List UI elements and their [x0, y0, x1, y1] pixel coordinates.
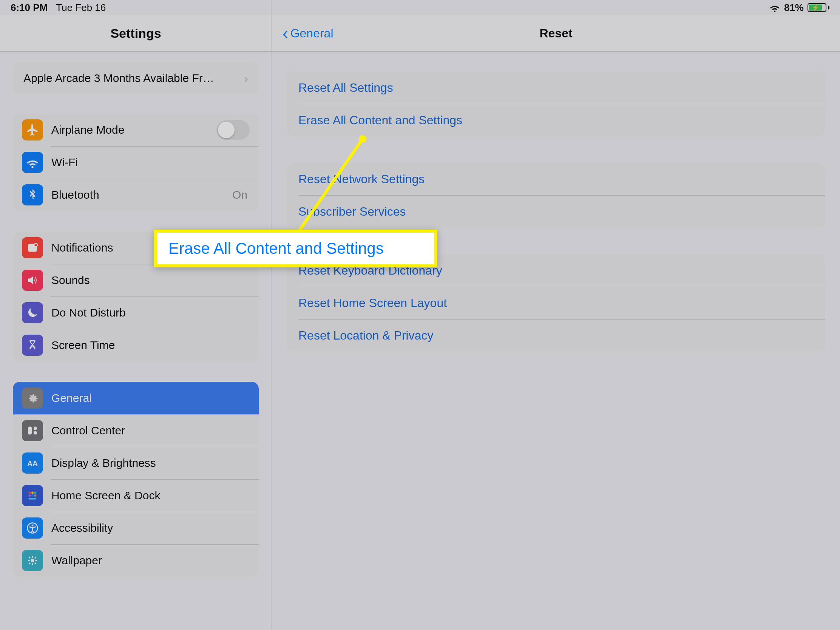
wallpaper-label: Wallpaper	[51, 554, 249, 567]
row-home-screen-dock[interactable]: Home Screen & Dock	[13, 479, 259, 512]
detail-title: Reset	[539, 27, 572, 40]
screen-time-label: Screen Time	[51, 339, 249, 352]
reset-all-settings-label: Reset All Settings	[298, 81, 393, 95]
status-date: Tue Feb 16	[56, 2, 106, 14]
charging-bolt-icon: ⚡	[812, 4, 819, 11]
reset-group-1: Reset All Settings Erase All Content and…	[287, 71, 825, 136]
row-do-not-disturb[interactable]: Do Not Disturb	[13, 297, 259, 329]
sidebar-title: Settings	[110, 26, 161, 41]
reset-keyboard-label: Reset Keyboard Dictionary	[298, 264, 442, 278]
row-airplane-mode[interactable]: Airplane Mode	[13, 114, 259, 146]
notifications-icon	[22, 237, 43, 258]
back-label: General	[291, 27, 333, 40]
svg-point-7	[32, 492, 34, 494]
reset-home-label: Reset Home Screen Layout	[298, 296, 447, 310]
erase-all-content-label: Erase All Content and Settings	[298, 113, 462, 127]
reset-location-privacy[interactable]: Reset Location & Privacy	[287, 319, 825, 352]
wifi-icon	[22, 152, 43, 173]
airplane-label: Airplane Mode	[51, 123, 216, 136]
back-button[interactable]: ‹ General	[283, 15, 333, 51]
svg-point-3	[34, 427, 37, 430]
row-sounds[interactable]: Sounds	[13, 264, 259, 297]
status-battery-percent: 81%	[784, 2, 804, 14]
group-system: General Control Center AA Display & Brig…	[13, 382, 259, 577]
svg-point-8	[35, 492, 36, 494]
reset-group-3: Reset Keyboard Dictionary Reset Home Scr…	[287, 254, 825, 352]
chevron-left-icon: ‹	[283, 25, 288, 41]
row-accessibility[interactable]: Accessibility	[13, 512, 259, 544]
bluetooth-icon	[22, 184, 43, 205]
svg-point-9	[29, 494, 31, 497]
status-right: 81% ⚡	[769, 2, 829, 14]
home-screen-label: Home Screen & Dock	[51, 489, 249, 502]
gear-icon	[22, 387, 43, 409]
reset-network-settings[interactable]: Reset Network Settings	[287, 163, 825, 195]
row-bluetooth[interactable]: Bluetooth On	[13, 178, 259, 211]
erase-all-content[interactable]: Erase All Content and Settings	[287, 104, 825, 136]
status-wifi-icon	[769, 3, 780, 12]
subscriber-services[interactable]: Subscriber Services	[287, 195, 825, 228]
svg-point-15	[31, 559, 35, 562]
home-screen-icon	[22, 485, 43, 506]
bluetooth-label: Bluetooth	[51, 188, 232, 201]
status-left: 6:10 PM Tue Feb 16	[11, 2, 106, 14]
svg-point-10	[32, 494, 34, 497]
row-notifications[interactable]: Notifications	[13, 232, 259, 264]
row-screen-time[interactable]: Screen Time	[13, 329, 259, 362]
accessibility-icon	[22, 518, 43, 538]
settings-sidebar: Settings Apple Arcade 3 Months Available…	[0, 0, 272, 630]
reset-group-2: Reset Network Settings Subscriber Servic…	[287, 163, 825, 228]
row-control-center[interactable]: Control Center	[13, 414, 259, 447]
status-time: 6:10 PM	[11, 2, 47, 14]
wifi-label: Wi-Fi	[51, 156, 249, 169]
svg-point-1	[35, 243, 38, 246]
reset-location-label: Reset Location & Privacy	[298, 328, 434, 343]
moon-icon	[22, 302, 43, 323]
detail-header: ‹ General Reset	[272, 15, 840, 52]
reset-keyboard-dictionary[interactable]: Reset Keyboard Dictionary	[287, 254, 825, 287]
display-label: Display & Brightness	[51, 456, 249, 469]
detail-content: Reset All Settings Erase All Content and…	[272, 52, 840, 398]
svg-point-14	[32, 525, 34, 526]
svg-point-11	[35, 494, 36, 497]
sidebar-content: Apple Arcade 3 Months Available Fr… › Ai…	[0, 52, 272, 630]
accessibility-label: Accessibility	[51, 522, 249, 534]
reset-network-label: Reset Network Settings	[298, 172, 425, 186]
svg-point-4	[34, 431, 37, 435]
wallpaper-icon	[22, 550, 43, 571]
display-icon: AA	[22, 453, 43, 474]
svg-rect-2	[28, 427, 32, 435]
promo-label: Apple Arcade 3 Months Available Fr…	[24, 72, 214, 85]
control-center-label: Control Center	[51, 424, 249, 437]
sounds-label: Sounds	[51, 274, 249, 287]
group-connectivity: Airplane Mode Wi-Fi Bluetooth On	[13, 114, 259, 211]
row-general[interactable]: General	[13, 382, 259, 414]
svg-point-6	[29, 492, 31, 494]
reset-all-settings[interactable]: Reset All Settings	[287, 71, 825, 104]
detail-pane: ‹ General Reset Reset All Settings Erase…	[272, 0, 840, 630]
row-wifi[interactable]: Wi-Fi	[13, 146, 259, 178]
dnd-label: Do Not Disturb	[51, 306, 249, 319]
svg-text:AA: AA	[27, 459, 38, 467]
general-label: General	[51, 392, 249, 404]
svg-rect-12	[29, 498, 36, 500]
status-battery-icon: ⚡	[807, 3, 829, 12]
sounds-icon	[22, 270, 43, 291]
row-wallpaper[interactable]: Wallpaper	[13, 544, 259, 577]
status-bar: 6:10 PM Tue Feb 16 81% ⚡	[0, 0, 840, 15]
reset-home-screen-layout[interactable]: Reset Home Screen Layout	[287, 287, 825, 319]
bluetooth-value: On	[232, 188, 247, 201]
airplane-icon	[22, 119, 43, 141]
row-display-brightness[interactable]: AA Display & Brightness	[13, 447, 259, 479]
group-attention: Notifications Sounds Do Not Disturb	[13, 232, 259, 362]
control-center-icon	[22, 420, 43, 441]
sidebar-header: Settings	[0, 15, 272, 52]
notifications-label: Notifications	[51, 242, 249, 254]
subscriber-services-label: Subscriber Services	[298, 205, 406, 219]
settings-split-view: Settings Apple Arcade 3 Months Available…	[0, 0, 840, 630]
airplane-toggle[interactable]	[216, 120, 249, 140]
chevron-right-icon: ›	[244, 71, 248, 86]
hourglass-icon	[22, 335, 43, 356]
promo-apple-arcade[interactable]: Apple Arcade 3 Months Available Fr… ›	[13, 63, 259, 93]
